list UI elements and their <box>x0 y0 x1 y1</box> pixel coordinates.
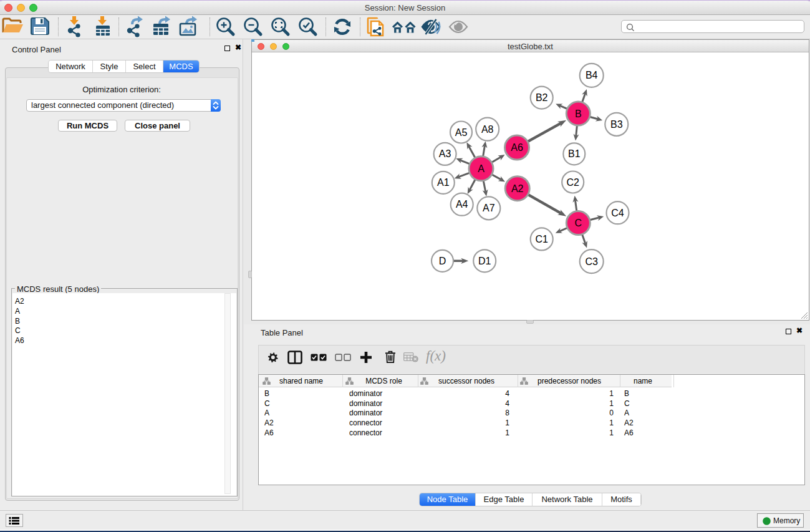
svg-text:A1: A1 <box>437 177 450 188</box>
svg-text:B1: B1 <box>568 148 581 159</box>
svg-text:A: A <box>478 163 485 174</box>
svg-text:D: D <box>439 256 446 266</box>
svg-text:C1: C1 <box>535 234 548 244</box>
svg-text:B2: B2 <box>536 92 548 103</box>
svg-text:A6: A6 <box>511 142 523 153</box>
svg-text:A3: A3 <box>439 148 451 159</box>
svg-text:A2: A2 <box>511 183 524 194</box>
svg-text:B4: B4 <box>586 70 598 80</box>
svg-text:A7: A7 <box>483 203 495 213</box>
svg-text:A4: A4 <box>456 199 468 210</box>
svg-text:A8: A8 <box>481 124 494 135</box>
svg-text:C: C <box>575 218 582 228</box>
svg-text:D1: D1 <box>478 256 491 266</box>
svg-text:C2: C2 <box>566 177 579 188</box>
svg-text:B: B <box>575 109 582 119</box>
svg-text:B3: B3 <box>610 119 623 130</box>
svg-text:C3: C3 <box>585 256 598 267</box>
svg-text:A5: A5 <box>455 127 468 138</box>
svg-text:C4: C4 <box>611 208 624 218</box>
